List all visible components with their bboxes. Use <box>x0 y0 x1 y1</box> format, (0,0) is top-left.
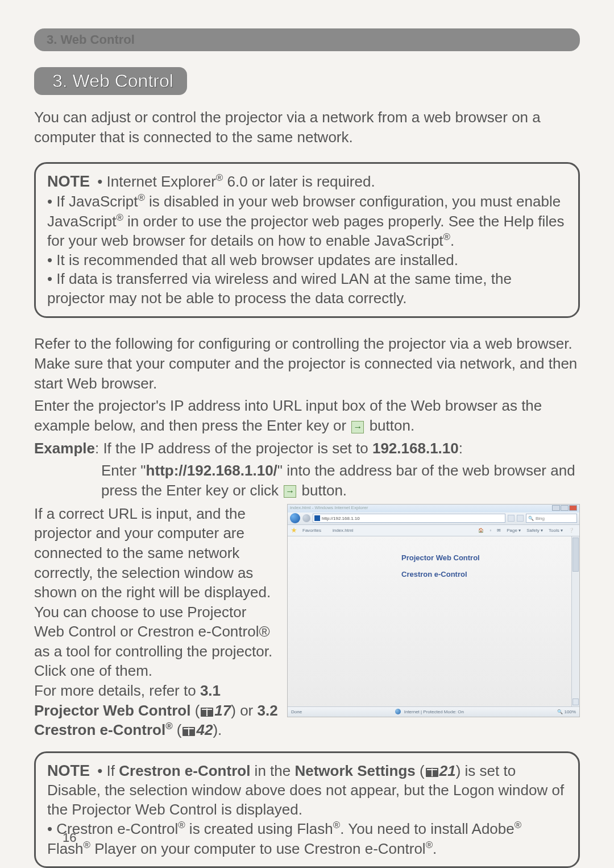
status-done: Done <box>291 709 302 714</box>
note2-l1b: Crestron e-Control <box>119 762 250 779</box>
note2-line1: NOTE • If Crestron e-Control in the Netw… <box>47 761 567 820</box>
note-label: NOTE <box>47 173 90 190</box>
note-box-2: NOTE • If Crestron e-Control in the Netw… <box>34 751 580 868</box>
note2-l1f: 21 <box>439 762 456 779</box>
search-icon: 🔍 <box>528 516 534 521</box>
manual-ref-icon <box>182 727 195 736</box>
status-mode-group: Internet | Protected Mode: On <box>395 709 464 714</box>
favorites-area: Favorites index.html <box>291 527 353 533</box>
maximize-icon[interactable] <box>561 505 569 511</box>
link-crestron-e-control[interactable]: Crestron e-Control <box>401 570 568 578</box>
ex-url: http://192.168.1.10/ <box>146 462 277 479</box>
left-p2g: ( <box>173 721 182 738</box>
example-label: Example <box>34 440 95 457</box>
note1-line2: • If JavaScript® is disabled in your web… <box>47 192 567 250</box>
stop-icon[interactable] <box>517 515 524 522</box>
status-mode: Internet | Protected Mode: On <box>404 709 464 714</box>
mail-icon[interactable]: ✉ <box>495 528 503 533</box>
forward-icon[interactable] <box>302 514 310 522</box>
ie-navbar: http://192.168.1.10 🔍 Bing <box>288 512 579 525</box>
go-icon: → <box>351 421 364 433</box>
address-url: http://192.168.1.10 <box>322 516 360 521</box>
example-ip: 192.168.1.10 <box>372 440 459 457</box>
note1-line3: • It is recommended that all web browser… <box>47 251 567 270</box>
note2-l1a: • If <box>97 762 119 779</box>
left-p2c: ( <box>190 702 200 719</box>
body-p1: Refer to the following for configuring o… <box>34 334 580 394</box>
reg-mark: ® <box>515 820 521 830</box>
left-p1: If a correct URL is input, and the proje… <box>34 505 272 680</box>
example-line1: Example: If the IP address of the projec… <box>34 439 580 458</box>
body-p2b: button. <box>365 417 414 434</box>
page-number: 16 <box>63 830 76 845</box>
note1-l1b: 6.0 or later is required. <box>223 173 375 190</box>
note2-l1e: ( <box>416 762 425 779</box>
body-p2: Enter the projector's IP address into UR… <box>34 396 580 436</box>
reg-mark: ® <box>84 840 90 850</box>
left-p2d: 17 <box>214 702 231 719</box>
menu-safety[interactable]: Safety ▾ <box>525 528 545 533</box>
status-zoom: 100% <box>565 709 576 714</box>
favorites-label[interactable]: Favorites <box>302 528 321 533</box>
note2-l2f: . <box>433 840 437 857</box>
left-p2a: For more details, refer to <box>34 682 200 699</box>
note2-l1c: in the <box>250 762 294 779</box>
go-icon: → <box>284 485 296 498</box>
note2-l2b: is created using Flash <box>185 820 333 837</box>
note2-l1d: Network Settings <box>294 762 415 779</box>
breadcrumb-text: 3. Web Control <box>47 32 135 47</box>
home-icon[interactable]: 🏠 <box>476 528 486 533</box>
close-icon[interactable] <box>569 505 577 511</box>
note2-line2: • Crestron e-Control® is created using F… <box>47 819 567 858</box>
ex-line2a: Enter " <box>101 462 146 479</box>
example-line2: Enter "http://192.168.1.10/" into the ad… <box>34 461 580 501</box>
note1-l1a: • Internet Explorer <box>97 173 216 190</box>
ex-line2c: button. <box>297 482 347 499</box>
search-box[interactable]: 🔍 Bing <box>526 514 577 523</box>
ie-command-bar: 🏠 ▫ ✉ Page ▾ Safety ▾ Tools ▾ ❔ <box>476 528 576 533</box>
link-projector-web-control[interactable]: Projector Web Control <box>401 553 568 562</box>
intro-paragraph: You can adjust or control the projector … <box>34 108 580 147</box>
manual-ref-icon <box>201 708 213 717</box>
reg-mark: ® <box>333 820 340 830</box>
reg-mark: ® <box>178 820 185 830</box>
address-bar[interactable]: http://192.168.1.10 <box>313 514 505 523</box>
scrollbar-thumb[interactable] <box>572 538 579 572</box>
left-p2e: ) or <box>231 702 257 719</box>
reg-mark: ® <box>138 192 144 203</box>
tab-label[interactable]: index.html <box>333 528 353 533</box>
breadcrumb: 3. Web Control <box>34 28 580 51</box>
section-title: 3. Web Control <box>52 71 173 91</box>
note-box-1: NOTE • Internet Explorer® 6.0 or later i… <box>34 162 580 318</box>
menu-page[interactable]: Page ▾ <box>505 528 522 533</box>
minimize-icon[interactable] <box>552 505 560 511</box>
status-zoom-group: 🔍 100% <box>557 709 576 714</box>
reg-mark: ® <box>216 173 223 184</box>
note2-l2c: . You need to install Adobe <box>340 820 515 837</box>
zoom-icon[interactable]: 🔍 <box>557 709 563 714</box>
menu-tools[interactable]: Tools ▾ <box>547 528 565 533</box>
ie-titlebar: index.html - Windows Internet Explorer <box>288 505 579 512</box>
globe-icon <box>395 709 401 714</box>
search-hint: Bing <box>536 516 545 521</box>
feeds-icon[interactable]: ▫ <box>488 528 493 533</box>
manual-ref-icon <box>426 768 438 777</box>
back-icon[interactable] <box>290 513 300 523</box>
refresh-icon[interactable] <box>508 515 515 522</box>
help-icon[interactable]: ❔ <box>567 528 576 533</box>
two-column-row: If a correct URL is input, and the proje… <box>34 504 580 740</box>
reg-mark: ® <box>426 840 433 850</box>
left-column: If a correct URL is input, and the proje… <box>34 504 278 740</box>
left-p2i: ). <box>213 721 222 738</box>
ie-status-bar: Done Internet | Protected Mode: On 🔍 100… <box>288 706 579 717</box>
note2-l2e: Player on your computer to use Crestron … <box>90 840 426 857</box>
note1-line1: NOTE • Internet Explorer® 6.0 or later i… <box>47 172 567 192</box>
reg-mark: ® <box>165 721 172 731</box>
vertical-scrollbar[interactable] <box>571 536 579 706</box>
reg-mark: ® <box>116 212 123 223</box>
browser-screenshot: index.html - Windows Internet Explorer h… <box>287 504 580 717</box>
favorites-star-icon[interactable] <box>291 527 297 533</box>
scroll-down-icon[interactable] <box>572 698 579 705</box>
example-b: : <box>459 440 463 457</box>
section-title-pill: 3. Web Control <box>34 67 187 95</box>
